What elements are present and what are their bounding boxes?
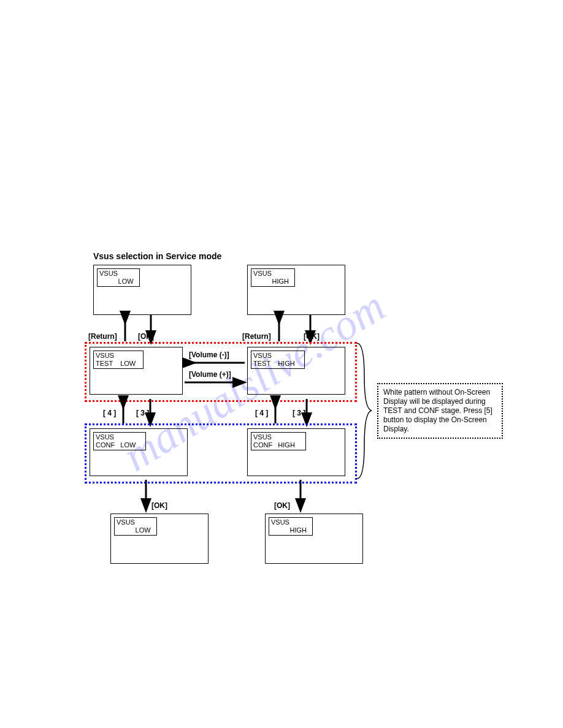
- osd-text: VSUS: [117, 518, 135, 526]
- osd-text: TEST HIGH: [253, 360, 295, 367]
- label-4-left: [ 4 ]: [103, 409, 116, 417]
- screen-top-left: VSUS LOW: [93, 265, 191, 315]
- osd-text: VSUS: [96, 433, 114, 441]
- osd-bot-right: VSUS HIGH: [269, 517, 313, 536]
- label-ok-2: [OK]: [304, 332, 320, 341]
- arrow-4-up-right: [272, 399, 279, 423]
- osd-text: VSUS: [253, 352, 272, 359]
- label-volume-minus: [Volume (-)]: [189, 351, 229, 359]
- infobox: White pattern without On-Screen Display …: [377, 383, 503, 439]
- osd-text: VSUS: [253, 433, 272, 441]
- label-3-right: [ 3 ]: [293, 409, 305, 417]
- label-ok-1: [OK]: [138, 332, 154, 341]
- osd-text: VSUS: [253, 270, 272, 277]
- osd-conf-left: VSUS CONF LOW: [93, 432, 146, 450]
- screen-test-left: VSUS TEST LOW: [90, 347, 183, 395]
- arrow-return-up-left: [121, 314, 129, 341]
- label-ok-4: [OK]: [274, 501, 290, 510]
- osd-bot-left: VSUS LOW: [114, 517, 157, 536]
- screen-test-right: VSUS TEST HIGH: [247, 347, 345, 395]
- osd-text: HIGH: [253, 278, 289, 285]
- label-return-1: [Return]: [88, 332, 117, 341]
- osd-text: TEST LOW: [96, 360, 136, 367]
- arrow-volume-minus: [185, 359, 245, 366]
- screen-conf-left: VSUS CONF LOW: [90, 428, 188, 476]
- osd-test-left: VSUS TEST LOW: [93, 351, 144, 369]
- arrow-volume-plus: [185, 379, 245, 386]
- label-volume-plus: [Volume (+)]: [189, 370, 231, 379]
- label-return-2: [Return]: [242, 332, 271, 341]
- brace-icon: [356, 342, 374, 480]
- screen-bot-right: VSUS HIGH: [265, 514, 363, 564]
- arrow-return-up-right: [275, 314, 283, 341]
- osd-text: VSUS: [99, 270, 118, 277]
- arrow-ok-down-out-right: [297, 480, 304, 509]
- osd-text: HIGH: [271, 526, 307, 534]
- osd-top-left: VSUS LOW: [97, 268, 140, 287]
- osd-text: VSUS: [96, 352, 114, 359]
- osd-text: VSUS: [271, 518, 289, 526]
- infobox-text: White pattern without On-Screen Display …: [383, 388, 492, 433]
- screen-bot-left: VSUS LOW: [110, 514, 209, 564]
- osd-text: CONF HIGH: [253, 441, 295, 449]
- label-3-left: [ 3 ]: [136, 409, 149, 417]
- arrow-ok-down-out-left: [142, 480, 150, 509]
- screen-conf-right: VSUS CONF HIGH: [247, 428, 345, 476]
- osd-text: LOW: [117, 526, 151, 534]
- osd-text: LOW: [99, 278, 134, 285]
- arrow-4-up-left: [120, 399, 127, 423]
- label-4-right: [ 4 ]: [255, 409, 268, 417]
- label-ok-3: [OK]: [151, 501, 167, 510]
- osd-test-right: VSUS TEST HIGH: [251, 351, 305, 369]
- osd-top-right: VSUS HIGH: [251, 268, 295, 287]
- screen-top-right: VSUS HIGH: [247, 265, 345, 315]
- osd-conf-right: VSUS CONF HIGH: [251, 432, 306, 450]
- osd-text: CONF LOW: [96, 441, 136, 449]
- diagram-title: Vsus selection in Service mode: [93, 251, 221, 261]
